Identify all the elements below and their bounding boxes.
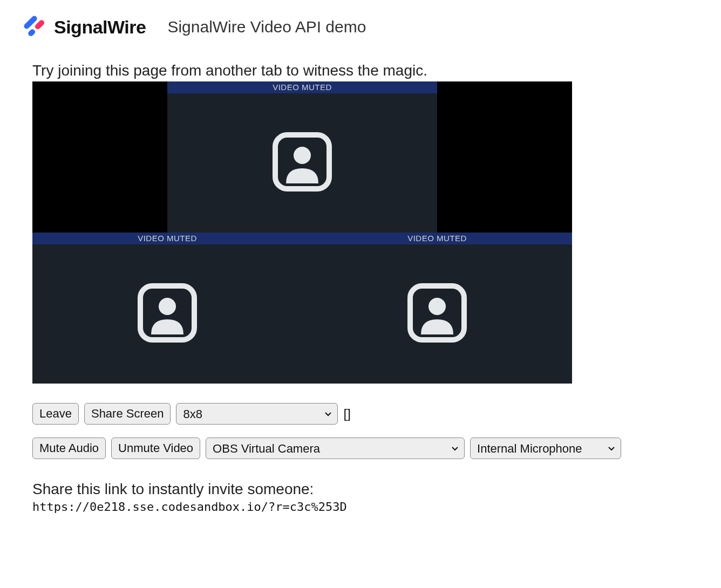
- page-title: SignalWire Video API demo: [167, 18, 366, 36]
- video-tile-body: [167, 93, 437, 233]
- video-row-bottom: VIDEO MUTED VIDEO MUTED: [32, 233, 572, 384]
- controls-row-1: Leave Share Screen 8x8 []: [32, 403, 699, 425]
- controls-row-2: Mute Audio Unmute Video OBS Virtual Came…: [32, 437, 699, 459]
- video-tile-body: [302, 244, 572, 384]
- video-tile[interactable]: VIDEO MUTED: [167, 81, 437, 233]
- video-row-top: VIDEO MUTED: [32, 81, 572, 233]
- brand-logo: SignalWire: [22, 13, 146, 40]
- camera-select[interactable]: OBS Virtual Camera: [206, 437, 465, 459]
- person-placeholder-icon: [135, 281, 200, 347]
- leave-button[interactable]: Leave: [32, 403, 79, 425]
- share-block: Share this link to instantly invite some…: [32, 481, 699, 514]
- video-empty-left: [32, 81, 167, 233]
- share-screen-button[interactable]: Share Screen: [84, 403, 171, 425]
- svg-point-6: [159, 298, 176, 315]
- members-list: []: [343, 406, 350, 421]
- share-instruction: Share this link to instantly invite some…: [32, 481, 699, 498]
- layout-select[interactable]: 8x8: [176, 403, 338, 425]
- unmute-video-button[interactable]: Unmute Video: [111, 437, 200, 459]
- video-grid: VIDEO MUTED VIDEO MUTED: [32, 81, 572, 384]
- mute-audio-button[interactable]: Mute Audio: [32, 437, 106, 459]
- video-tile[interactable]: VIDEO MUTED: [32, 233, 302, 384]
- page-root: SignalWire SignalWire Video API demo Try…: [0, 0, 721, 546]
- instruction-text: Try joining this page from another tab t…: [32, 62, 699, 79]
- header: SignalWire SignalWire Video API demo: [22, 13, 699, 40]
- brand-name: SignalWire: [54, 17, 146, 38]
- person-placeholder-icon: [270, 129, 335, 196]
- svg-point-4: [294, 147, 311, 164]
- svg-point-8: [428, 298, 446, 315]
- video-tile-body: [32, 244, 302, 384]
- video-muted-badge: VIDEO MUTED: [32, 233, 302, 244]
- svg-rect-2: [27, 28, 36, 37]
- signalwire-logo-icon: [22, 13, 49, 40]
- share-link[interactable]: https://0e218.sse.codesandbox.io/?r=c3c%…: [32, 500, 699, 514]
- video-tile[interactable]: VIDEO MUTED: [302, 233, 572, 384]
- video-muted-badge: VIDEO MUTED: [167, 81, 437, 93]
- video-muted-badge: VIDEO MUTED: [302, 233, 572, 244]
- person-placeholder-icon: [405, 281, 470, 347]
- video-empty-right: [437, 81, 572, 233]
- microphone-select[interactable]: Internal Microphone: [470, 437, 621, 459]
